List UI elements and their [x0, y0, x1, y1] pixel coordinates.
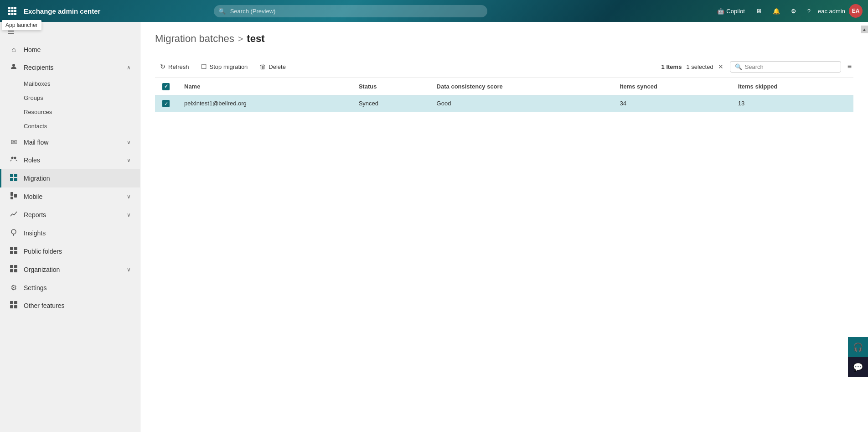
refresh-button[interactable]: ↻ Refresh	[155, 60, 194, 73]
svg-rect-3	[8, 10, 10, 12]
svg-rect-26	[14, 265, 17, 268]
sidebar-item-label: Public folders	[24, 248, 131, 255]
floating-buttons: 🎧 💬	[848, 337, 868, 377]
reports-icon	[9, 210, 18, 219]
topbar-right: 🤖 Copilot 🖥 🔔 ⚙ ? eac admin EA	[713, 4, 863, 18]
svg-rect-0	[8, 7, 10, 9]
sidebar-item-resources[interactable]: Resources	[0, 105, 140, 119]
stop-icon: ☐	[201, 63, 207, 70]
svg-rect-4	[11, 10, 14, 12]
search-box: 🔍	[730, 61, 841, 73]
svg-rect-1	[11, 7, 14, 9]
app-title: Exchange admin center	[24, 7, 100, 15]
migration-icon	[9, 174, 18, 183]
sidebar-item-home[interactable]: ⌂ Home	[0, 41, 140, 58]
row-checkbox-cell: ✓	[155, 95, 177, 112]
svg-rect-32	[14, 305, 17, 308]
svg-point-9	[12, 64, 15, 67]
sidebar-item-organization[interactable]: Organization ∨	[0, 260, 140, 279]
sidebar-item-settings[interactable]: ⚙ Settings	[0, 279, 140, 297]
topbar-search-icon: 🔍	[218, 8, 226, 15]
sidebar-item-publicfolders[interactable]: Public folders	[0, 242, 140, 260]
headset-icon: 🎧	[853, 342, 863, 352]
copilot-icon: 🤖	[717, 8, 724, 15]
col-name: Name	[177, 78, 351, 95]
search-input[interactable]	[745, 63, 836, 70]
table-row[interactable]: ✓ peixintest1@bellred.org Synced Good 34…	[155, 95, 853, 112]
svg-rect-25	[10, 265, 13, 268]
sidebar-item-label: Organization	[24, 266, 121, 273]
toolbar-right: 1 Items 1 selected ✕ 🔍 ≡	[661, 61, 853, 73]
filter-button[interactable]: ≡	[846, 61, 853, 73]
layout: ☰ ⌂ Home Recipients ∧ Mailboxes Groups R…	[0, 22, 868, 432]
sidebar-item-insights[interactable]: Insights	[0, 224, 140, 242]
row-consistency: Good	[429, 95, 613, 112]
main-content: Migration batches > test ↻ Refresh ☐ Sto…	[140, 22, 868, 432]
svg-rect-17	[14, 194, 17, 198]
settings-button[interactable]: ⚙	[787, 5, 800, 17]
svg-rect-27	[10, 269, 13, 272]
help-button[interactable]: ?	[804, 5, 814, 17]
row-status: Synced	[351, 95, 429, 112]
sidebar-item-label: Insights	[24, 229, 131, 237]
sidebar: ☰ ⌂ Home Recipients ∧ Mailboxes Groups R…	[0, 22, 140, 432]
scroll-up-arrow[interactable]: ▲	[861, 26, 868, 33]
sidebar-item-mobile[interactable]: Mobile ∨	[0, 187, 140, 206]
row-checkbox[interactable]: ✓	[162, 100, 170, 107]
app-launcher-button[interactable]	[5, 4, 19, 18]
svg-rect-21	[10, 247, 13, 250]
svg-point-19	[11, 229, 16, 234]
svg-rect-2	[14, 7, 16, 9]
sidebar-item-recipients[interactable]: Recipients ∧	[0, 58, 140, 77]
publicfolders-icon	[9, 247, 18, 256]
sidebar-item-reports[interactable]: Reports ∨	[0, 206, 140, 224]
notifications-button[interactable]: 🔔	[769, 5, 784, 17]
sidebar-item-label: Migration	[24, 175, 131, 182]
mailflow-icon: ✉	[9, 138, 18, 146]
mobile-icon	[9, 192, 18, 201]
selected-count: 1 selected	[686, 63, 713, 70]
toolbar: ↻ Refresh ☐ Stop migration 🗑 Delete 1 It…	[155, 56, 853, 78]
svg-rect-22	[14, 247, 17, 250]
row-items-synced: 34	[612, 95, 730, 112]
support-button[interactable]: 🎧	[848, 337, 868, 357]
delete-icon: 🗑	[259, 63, 266, 70]
sidebar-item-mailboxes[interactable]: Mailboxes	[0, 77, 140, 91]
svg-rect-30	[14, 301, 17, 304]
chevron-down-icon: ∨	[127, 139, 131, 146]
home-icon: ⌂	[9, 46, 18, 54]
sidebar-item-roles[interactable]: Roles ∨	[0, 151, 140, 169]
stop-migration-button[interactable]: ☐ Stop migration	[196, 60, 253, 73]
topbar-search-input[interactable]	[214, 5, 487, 17]
chat-button[interactable]: 💬	[848, 357, 868, 377]
delete-button[interactable]: 🗑 Delete	[254, 60, 291, 73]
sidebar-item-label: Home	[24, 46, 131, 53]
sidebar-item-otherfeatures[interactable]: Other features	[0, 297, 140, 315]
sidebar-item-contacts[interactable]: Contacts	[0, 119, 140, 133]
sidebar-item-groups[interactable]: Groups	[0, 91, 140, 105]
sidebar-item-label: Other features	[24, 302, 131, 309]
col-items-synced: Items synced	[612, 78, 730, 95]
sidebar-item-migration[interactable]: Migration	[0, 169, 140, 187]
select-all-checkbox[interactable]: ✓	[162, 83, 170, 90]
sidebar-item-label: Settings	[24, 284, 131, 291]
screen-button[interactable]: 🖥	[752, 5, 765, 17]
copilot-button[interactable]: 🤖 Copilot	[713, 5, 748, 17]
insights-icon	[9, 229, 18, 238]
sidebar-item-label: Mobile	[24, 193, 121, 200]
help-icon: ?	[807, 8, 811, 15]
settings-icon: ⚙	[9, 283, 18, 292]
avatar[interactable]: EA	[849, 4, 863, 18]
sidebar-item-label: Reports	[24, 211, 121, 219]
row-name: peixintest1@bellred.org	[177, 95, 351, 112]
selected-badge: 1 selected ✕	[686, 62, 725, 71]
col-consistency: Data consistency score	[429, 78, 613, 95]
breadcrumb-parent[interactable]: Migration batches	[155, 33, 234, 45]
svg-rect-16	[10, 192, 13, 196]
svg-rect-18	[10, 197, 13, 199]
clear-selection-button[interactable]: ✕	[716, 62, 725, 71]
chevron-down-icon: ∨	[127, 266, 131, 273]
bell-icon: 🔔	[773, 8, 780, 15]
sidebar-item-mailflow[interactable]: ✉ Mail flow ∨	[0, 133, 140, 151]
refresh-icon: ↻	[160, 63, 165, 70]
